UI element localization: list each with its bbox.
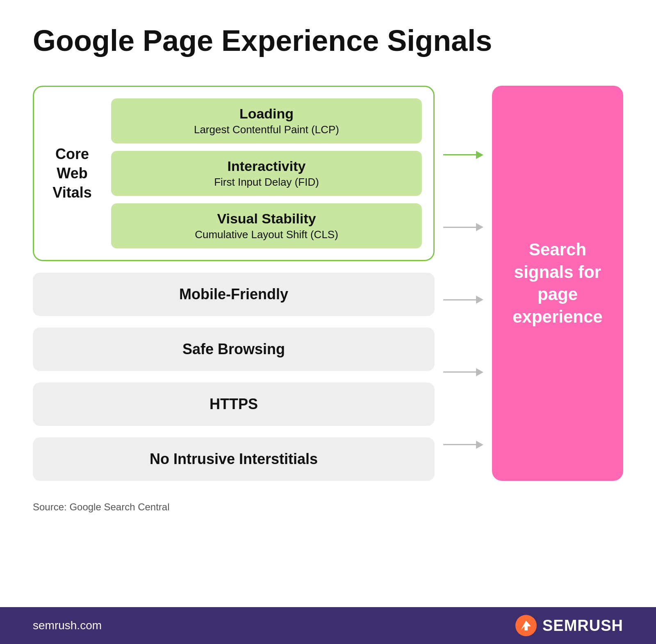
left-column: CoreWebVitals Loading Largest Contentful…: [33, 86, 435, 481]
mobile-friendly-arrow: [443, 223, 483, 231]
search-signals-text: Search signals for page experience: [504, 239, 611, 328]
cwv-label: CoreWebVitals: [46, 145, 99, 202]
signal-safe-browsing-label: Safe Browsing: [182, 341, 285, 357]
arrows-column: [435, 86, 492, 481]
footer: semrush.com SEMRUSH: [0, 607, 656, 644]
mobile-friendly-arrow-line: [443, 227, 476, 228]
cwv-outer-box: CoreWebVitals Loading Largest Contentful…: [33, 86, 435, 261]
signal-box-no-interstitials: No Intrusive Interstitials: [33, 437, 435, 481]
no-interstitials-arrow-line: [443, 444, 476, 445]
cwv-item-interactivity: Interactivity First Input Delay (FID): [111, 151, 422, 196]
mobile-friendly-arrow-head: [476, 223, 483, 231]
semrush-brand-text: SEMRUSH: [542, 617, 623, 635]
signal-box-safe-browsing: Safe Browsing: [33, 328, 435, 371]
safe-browsing-arrow-line: [443, 299, 476, 300]
page-title: Google Page Experience Signals: [33, 25, 623, 57]
no-interstitials-arrow-head: [476, 441, 483, 449]
main-content: Google Page Experience Signals CoreWebVi…: [0, 0, 656, 607]
source-citation: Source: Google Search Central: [33, 501, 623, 513]
https-arrow-head: [476, 368, 483, 376]
cwv-stability-title: Visual Stability: [121, 211, 412, 227]
cwv-loading-subtitle: Largest Contentful Paint (LCP): [121, 123, 412, 136]
safe-browsing-arrow: [443, 296, 483, 304]
semrush-icon: [515, 615, 537, 636]
right-search-signals-box: Search signals for page experience: [492, 86, 623, 481]
cwv-item-loading: Loading Largest Contentful Paint (LCP): [111, 98, 422, 143]
https-arrow: [443, 368, 483, 376]
cwv-stability-subtitle: Cumulative Layout Shift (CLS): [121, 228, 412, 241]
cwv-arrow: [443, 151, 483, 159]
cwv-arrow-head: [476, 151, 483, 159]
safe-browsing-arrow-head: [476, 296, 483, 304]
signal-mobile-friendly-label: Mobile-Friendly: [179, 286, 288, 303]
cwv-item-visual-stability: Visual Stability Cumulative Layout Shift…: [111, 203, 422, 248]
https-arrow-line: [443, 371, 476, 373]
semrush-logo: SEMRUSH: [515, 615, 623, 636]
footer-url: semrush.com: [33, 619, 102, 632]
cwv-loading-title: Loading: [121, 106, 412, 122]
signal-no-interstitials-label: No Intrusive Interstitials: [150, 451, 318, 467]
cwv-arrow-line: [443, 154, 476, 155]
signal-box-mobile-friendly: Mobile-Friendly: [33, 273, 435, 316]
cwv-interactivity-subtitle: First Input Delay (FID): [121, 176, 412, 189]
no-interstitials-arrow: [443, 441, 483, 449]
diagram-row: CoreWebVitals Loading Largest Contentful…: [33, 86, 623, 481]
cwv-interactivity-title: Interactivity: [121, 158, 412, 174]
signal-box-https: HTTPS: [33, 382, 435, 426]
signal-https-label: HTTPS: [210, 396, 258, 412]
cwv-items: Loading Largest Contentful Paint (LCP) I…: [111, 98, 422, 248]
